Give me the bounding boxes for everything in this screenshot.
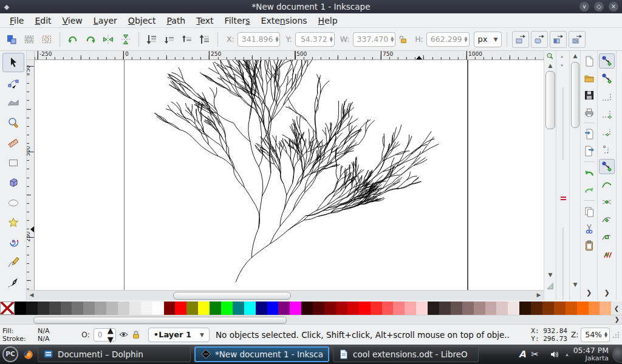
scroll-right-arrow[interactable]: ▶ [535,291,543,299]
color-swatch[interactable] [474,302,485,315]
dock-scroll-down-arrow[interactable]: ▼ [571,280,579,289]
spiral-tool[interactable] [2,233,24,252]
color-swatch[interactable] [152,302,164,315]
dock-scroll-thumb[interactable] [571,62,579,128]
task-active[interactable]: *New document 1 - Inkscape [194,346,329,362]
horizontal-scroll-thumb[interactable] [173,292,291,300]
horizontal-ruler[interactable]: -25002505007501000125 [35,51,544,60]
raise-button[interactable] [179,32,195,47]
save-button[interactable] [581,87,597,103]
color-swatch[interactable] [371,302,382,315]
color-swatch[interactable] [589,302,600,315]
rectangle-tool[interactable] [2,153,24,172]
color-swatch[interactable] [221,302,233,315]
color-swatch[interactable] [554,302,566,315]
ellipse-tool[interactable] [2,193,24,212]
color-swatch[interactable] [256,302,267,315]
color-swatch[interactable] [106,302,118,315]
color-swatch[interactable] [233,302,244,315]
color-swatch[interactable] [496,302,508,315]
cut-button[interactable] [581,221,597,236]
paste-button[interactable] [581,238,597,253]
color-swatch[interactable] [382,302,394,315]
palette-scrollbar[interactable]: ❯ [0,315,622,325]
box3d-tool[interactable] [2,173,24,192]
app-launcher-button[interactable]: PC [2,346,18,362]
volume-icon[interactable] [550,349,560,360]
width-spinner[interactable]: 337.470▲▼ [353,32,396,47]
menu-view[interactable]: View [58,15,87,27]
move-patterns-toggle[interactable] [569,31,586,48]
clock[interactable]: 05:47 PM Jakarta [573,346,609,362]
vertical-scrollbar[interactable]: ▲ ▼ [544,51,556,300]
select-all-button[interactable] [4,32,19,47]
dock-scrollbar[interactable]: ▲ ▼ [569,51,580,300]
fill-value[interactable]: N/A [38,327,74,335]
color-swatch[interactable] [141,302,152,315]
color-swatch[interactable] [531,302,542,315]
menu-file[interactable]: File [5,15,29,27]
color-swatch[interactable] [49,302,61,315]
snap-bbox-corner-toggle[interactable] [599,106,615,121]
palette-scroll-thumb[interactable] [33,317,287,324]
snap-cusp-toggle[interactable] [599,212,615,227]
scale-stroke-toggle[interactable] [512,31,529,48]
color-swatch[interactable] [405,302,416,315]
unit-selector[interactable]: px▼ [474,32,502,47]
color-swatch[interactable] [508,302,519,315]
color-swatch[interactable] [347,302,359,315]
color-swatch[interactable] [61,302,72,315]
scroll-up-arrow[interactable]: ▲ [546,61,555,70]
color-swatch[interactable] [38,302,49,315]
tray-peek-icon[interactable] [612,346,622,363]
no-color-swatch[interactable] [0,302,15,315]
y-coordinate-spinner[interactable]: 54.372▲▼ [295,32,335,47]
color-swatch[interactable] [129,302,141,315]
snap-smooth-toggle[interactable] [599,229,615,244]
zoom-drawing-icon[interactable] [545,52,555,61]
height-spinner[interactable]: 662.299▲▼ [426,32,470,47]
color-swatch[interactable] [439,302,451,315]
redo-button[interactable] [581,182,597,197]
color-swatch[interactable] [267,302,279,315]
pencil-tool[interactable] [2,253,24,272]
color-swatch[interactable] [336,302,347,315]
color-swatch[interactable] [175,302,186,315]
color-swatch[interactable] [600,302,611,315]
menu-filters[interactable]: Filters [220,15,255,27]
color-swatch[interactable] [95,302,106,315]
rotate-cw-button[interactable] [83,32,98,47]
node-tool[interactable] [2,73,24,92]
color-swatch[interactable] [15,302,26,315]
lock-ratio-icon[interactable] [398,35,408,44]
menu-object[interactable]: Object [123,15,161,27]
menu-path[interactable]: Path [162,15,190,27]
rotate-ccw-button[interactable] [65,32,81,47]
color-swatch[interactable] [83,302,95,315]
lower-to-bottom-button[interactable] [144,32,160,47]
menu-text[interactable]: Text [191,15,218,27]
color-swatch[interactable] [416,302,428,315]
color-swatch[interactable] [519,302,531,315]
color-swatch[interactable] [393,302,405,315]
color-swatch[interactable] [485,302,497,315]
snap-others-toggle[interactable] [599,247,615,262]
horizontal-scrollbar[interactable]: ◀ ▶ [27,290,544,300]
klipper-icon[interactable]: ✂ [531,349,539,360]
firefox-icon[interactable] [22,349,34,360]
measure-tool[interactable] [2,133,24,152]
print-button[interactable] [581,104,597,120]
menu-layer[interactable]: Layer [89,15,122,27]
color-swatch[interactable] [118,302,129,315]
select-all-layers-button[interactable] [21,32,37,47]
palette-scroll-left-icon[interactable]: ❮ [611,302,622,315]
opacity-spinner[interactable]: 0 ▲▼ [94,328,116,342]
dock-scroll-up-arrow[interactable]: ▲ [571,52,579,60]
color-swatch[interactable] [313,302,324,315]
sticky-zoom-icon[interactable] [546,282,555,291]
undo-button[interactable] [581,165,597,180]
snap-path-toggle[interactable] [599,177,615,192]
vertical-ruler[interactable]: 750500250 [27,60,35,290]
menu-edit[interactable]: Edit [30,15,56,27]
layer-selector[interactable]: •Layer 1 ▼ [148,328,210,342]
